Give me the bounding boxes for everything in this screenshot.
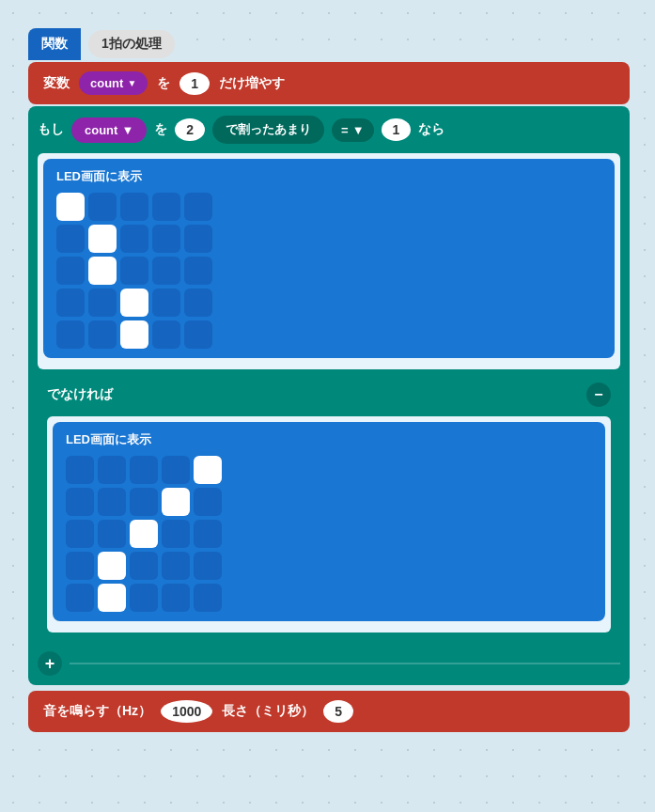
led-title-1: LED画面に表示 — [56, 168, 601, 185]
wo-label2: を — [154, 121, 167, 138]
divisor-value[interactable]: 2 — [175, 118, 205, 141]
led-cell[interactable] — [130, 456, 158, 484]
led-cell[interactable] — [98, 552, 126, 580]
led-cell[interactable] — [88, 225, 117, 253]
led-cell[interactable] — [152, 225, 180, 253]
led-cell[interactable] — [56, 320, 85, 349]
led-grid-2 — [66, 456, 592, 612]
led-cell[interactable] — [98, 584, 126, 612]
led-cell[interactable] — [120, 225, 148, 253]
duration-label: 長さ（ミリ秒） — [222, 703, 314, 720]
else-branch-content: LED画面に表示 — [47, 416, 611, 632]
led-cell[interactable] — [98, 456, 126, 484]
led-cell[interactable] — [162, 584, 190, 612]
count-variable-badge[interactable]: count ▼ — [71, 117, 147, 143]
operator-badge[interactable]: = ▼ — [332, 118, 373, 142]
led-cell[interactable] — [66, 552, 94, 580]
led-cell[interactable] — [98, 488, 126, 516]
function-name-badge[interactable]: 1拍の処理 — [88, 30, 175, 58]
increase-label: だけ増やす — [219, 75, 285, 92]
led-cell[interactable] — [66, 456, 94, 484]
led-cell[interactable] — [184, 320, 212, 349]
led-cell[interactable] — [56, 289, 85, 317]
plus-line — [70, 663, 620, 664]
led-cell[interactable] — [98, 520, 126, 548]
led-cell[interactable] — [88, 320, 117, 349]
compare-value[interactable]: 1 — [382, 118, 412, 141]
plus-row: + — [38, 651, 620, 676]
duration-value[interactable]: 5 — [323, 700, 353, 723]
led-block-1: LED画面に表示 — [43, 159, 615, 358]
collapse-button[interactable]: − — [586, 383, 611, 407]
led-cell[interactable] — [194, 584, 222, 612]
sound-block: 音を鳴らす（Hz） 1000 長さ（ミリ秒） 5 — [28, 691, 630, 732]
variable-name: count — [90, 76, 123, 90]
sound-label: 音を鳴らす（Hz） — [43, 703, 151, 720]
variable-label: 変数 — [43, 75, 70, 92]
led-cell[interactable] — [66, 584, 94, 612]
led-cell[interactable] — [56, 225, 85, 253]
led-cell[interactable] — [184, 225, 212, 253]
led-cell[interactable] — [120, 320, 148, 349]
led-cell[interactable] — [66, 520, 94, 548]
function-label: 関数 — [28, 28, 81, 60]
led-cell[interactable] — [56, 193, 85, 221]
dropdown-arrow: ▼ — [127, 78, 136, 88]
led-cell[interactable] — [162, 456, 190, 484]
count-variable-name: count — [85, 123, 117, 137]
led-cell[interactable] — [184, 257, 212, 285]
led-cell[interactable] — [120, 289, 148, 317]
count-dropdown-arrow: ▼ — [121, 123, 133, 137]
function-header: 関数 1拍の処理 — [28, 28, 630, 60]
led-cell[interactable] — [194, 488, 222, 516]
variable-badge[interactable]: count ▼ — [79, 71, 148, 95]
led-cell[interactable] — [120, 257, 148, 285]
if-branch-content: LED画面に表示 — [38, 153, 620, 369]
add-block-button[interactable]: + — [38, 651, 62, 676]
led-cell[interactable] — [152, 257, 180, 285]
nara-label: なら — [418, 121, 444, 138]
led-cell[interactable] — [162, 488, 190, 516]
wo-label: を — [157, 75, 170, 92]
frequency-value[interactable]: 1000 — [161, 700, 212, 723]
if-label: もし — [38, 121, 64, 138]
led-cell[interactable] — [88, 193, 117, 221]
if-block: もし count ▼ を 2 で割ったあまり = ▼ 1 なら LED画面に表示 — [28, 106, 630, 685]
led-block-2: LED画面に表示 — [53, 422, 605, 621]
led-title-2: LED画面に表示 — [66, 431, 592, 448]
led-cell[interactable] — [152, 320, 180, 349]
led-cell[interactable] — [162, 520, 190, 548]
else-block: でなければ − LED画面に表示 — [38, 373, 620, 646]
led-cell[interactable] — [194, 552, 222, 580]
operator-arrow: ▼ — [352, 123, 365, 137]
led-cell[interactable] — [120, 193, 148, 221]
operator-symbol: = — [341, 123, 349, 137]
led-cell[interactable] — [88, 289, 117, 317]
led-cell[interactable] — [184, 289, 212, 317]
increment-value[interactable]: 1 — [179, 72, 210, 95]
led-cell[interactable] — [152, 193, 180, 221]
led-cell[interactable] — [184, 193, 212, 221]
led-cell[interactable] — [88, 257, 117, 285]
remainder-label: で割ったあまり — [212, 116, 324, 144]
led-cell[interactable] — [130, 584, 158, 612]
led-cell[interactable] — [56, 257, 85, 285]
else-row: でなければ − — [47, 383, 611, 407]
led-cell[interactable] — [162, 552, 190, 580]
else-label: でなければ — [47, 386, 113, 403]
increment-block: 変数 count ▼ を 1 だけ増やす — [28, 62, 630, 104]
led-cell[interactable] — [130, 552, 158, 580]
led-cell[interactable] — [130, 488, 158, 516]
led-cell[interactable] — [66, 488, 94, 516]
led-cell[interactable] — [194, 520, 222, 548]
led-cell[interactable] — [130, 520, 158, 548]
if-condition-row: もし count ▼ を 2 で割ったあまり = ▼ 1 なら — [38, 116, 620, 144]
led-cell[interactable] — [194, 456, 222, 484]
led-cell[interactable] — [152, 289, 180, 317]
led-grid-1 — [56, 193, 601, 349]
